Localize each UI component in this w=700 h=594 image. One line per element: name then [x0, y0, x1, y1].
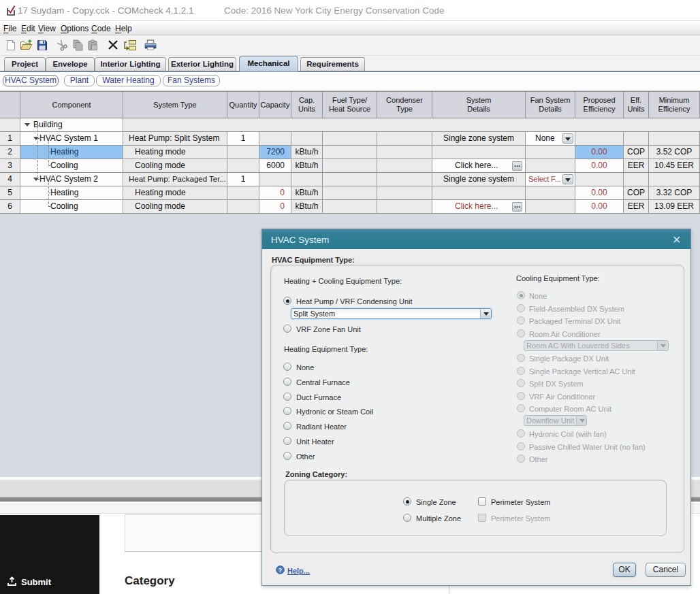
svg-text:?: ? [279, 567, 283, 574]
